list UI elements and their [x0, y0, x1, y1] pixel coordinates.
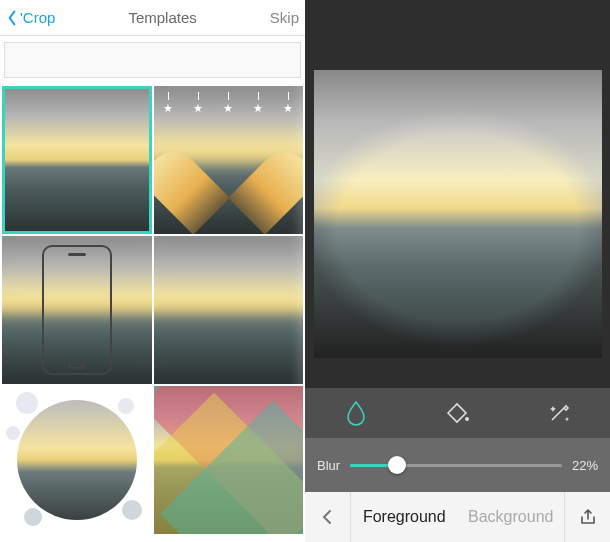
editor-back-button[interactable] — [305, 492, 351, 542]
page-title: Templates — [128, 9, 196, 26]
slider-value: 22% — [572, 458, 598, 473]
template-geometric[interactable] — [154, 386, 304, 534]
editor-panel: Blur 22% Foreground Background — [305, 0, 610, 542]
preview-area — [305, 0, 610, 388]
share-icon — [579, 508, 597, 526]
template-plain[interactable] — [2, 86, 152, 234]
blur-slider[interactable] — [350, 464, 562, 467]
chevron-left-icon — [320, 509, 336, 525]
share-button[interactable] — [564, 492, 610, 542]
template-phone[interactable] — [2, 236, 152, 384]
skip-button[interactable]: Skip — [270, 9, 299, 26]
background-tab[interactable]: Background — [458, 492, 565, 542]
template-strip[interactable] — [4, 42, 301, 78]
back-button[interactable]: 'Crop — [6, 9, 55, 26]
template-circle[interactable] — [2, 386, 152, 534]
svg-point-0 — [465, 417, 469, 421]
templates-grid: ★★★★★ — [0, 84, 305, 542]
image-preview[interactable] — [314, 70, 602, 358]
blur-slider-row: Blur 22% — [305, 438, 610, 492]
foreground-tab[interactable]: Foreground — [351, 492, 458, 542]
magic-wand-icon — [547, 401, 571, 425]
tool-row — [305, 388, 610, 438]
bottom-bar: Foreground Background — [305, 492, 610, 542]
blur-tool-button[interactable] — [342, 399, 370, 427]
paint-bucket-icon — [444, 401, 470, 425]
chevron-left-icon — [6, 10, 18, 26]
slider-thumb[interactable] — [388, 456, 406, 474]
star-decoration: ★★★★★ — [154, 92, 304, 115]
magic-tool-button[interactable] — [545, 399, 573, 427]
droplet-icon — [345, 400, 367, 426]
template-blur[interactable] — [154, 236, 304, 384]
template-heart[interactable]: ★★★★★ — [154, 86, 304, 234]
templates-panel: 'Crop Templates Skip ★★★★★ — [0, 0, 305, 542]
phone-outline-icon — [42, 245, 112, 375]
templates-header: 'Crop Templates Skip — [0, 0, 305, 36]
back-label: 'Crop — [20, 9, 55, 26]
slider-label: Blur — [317, 458, 340, 473]
layer-segment: Foreground Background — [351, 492, 564, 542]
fill-tool-button[interactable] — [443, 399, 471, 427]
